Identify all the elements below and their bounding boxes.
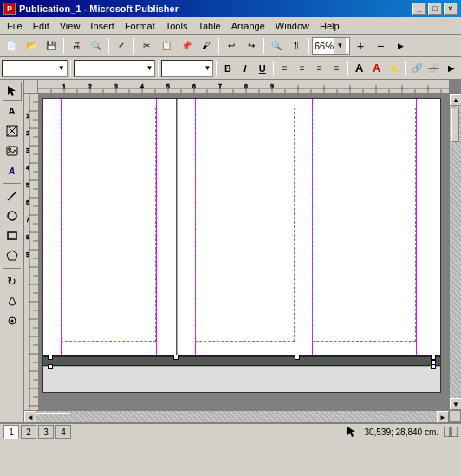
page-tab-1[interactable]: 1 [3, 425, 19, 439]
separator-2 [108, 38, 109, 54]
formatting-toolbar: ▼ ▼ ▼ B I U ≡ ≡ ≡ ≡ A A A 🔗 🔗 ▶ [0, 57, 461, 80]
picture-tool[interactable] [3, 121, 22, 140]
cursor-icon [345, 425, 359, 439]
new-button[interactable]: 📄 [2, 36, 21, 55]
fill-tool[interactable] [3, 291, 22, 310]
zoom-combo[interactable]: 66% ▼ [312, 37, 350, 55]
page-tab-3[interactable]: 3 [38, 425, 54, 439]
menu-table[interactable]: Table [192, 19, 225, 33]
page-tabs: 1 2 3 4 [3, 425, 71, 439]
horizontal-ruler: 1 2 3 4 5 6 7 8 9 [38, 80, 449, 94]
zoom-tool-button[interactable]: 🔍 [267, 36, 286, 55]
canvas-scroll[interactable]: 2 3 [38, 94, 449, 410]
menu-format[interactable]: Format [120, 19, 160, 33]
scroll-thumb-vertical[interactable] [451, 108, 459, 142]
hotspot-tool[interactable] [3, 311, 22, 330]
strip-handle-2 [431, 364, 436, 369]
rectangle-tool[interactable] [3, 226, 22, 245]
separator-1 [63, 38, 64, 54]
text-style-button[interactable]: A [351, 60, 367, 77]
line-tool[interactable] [3, 186, 22, 205]
open-button[interactable]: 📂 [22, 36, 41, 55]
scroll-track-horizontal[interactable] [36, 411, 437, 422]
pointer-tool[interactable] [3, 82, 22, 101]
underline-button[interactable]: U [254, 60, 270, 77]
paste-button[interactable]: 📌 [177, 36, 196, 55]
text-tool[interactable]: A [3, 101, 22, 121]
layout-icon [444, 425, 458, 439]
minimize-button[interactable]: _ [412, 3, 426, 15]
scroll-track-vertical[interactable] [450, 106, 461, 398]
menu-tools[interactable]: Tools [160, 19, 193, 33]
font-color-button[interactable]: A [368, 60, 385, 77]
svg-text:1: 1 [62, 83, 66, 89]
style-combo[interactable]: ▼ [2, 60, 68, 77]
link-button[interactable]: 🔗 [408, 60, 425, 77]
text-overflow-button[interactable]: ▶ [443, 60, 459, 77]
zoom-in-button[interactable]: + [351, 36, 370, 55]
maximize-button[interactable]: □ [428, 3, 442, 15]
menu-window[interactable]: Window [270, 19, 315, 33]
vertical-ruler: 1 2 3 4 5 6 7 8 9 [24, 94, 38, 410]
menu-edit[interactable]: Edit [28, 19, 55, 33]
svg-text:1: 1 [26, 113, 29, 119]
window-controls: _ □ × [412, 3, 458, 15]
format-painter-button[interactable]: 🖌 [197, 36, 216, 55]
menu-insert[interactable]: Insert [85, 19, 120, 33]
coordinates-display: 30,539; 28,840 cm. [364, 427, 438, 437]
cut-button[interactable]: ✂ [137, 36, 156, 55]
align-center-button[interactable]: ≡ [294, 60, 310, 77]
overflow-button[interactable]: ▶ [391, 36, 410, 55]
menu-view[interactable]: View [55, 19, 86, 33]
scroll-thumb-horizontal[interactable] [36, 413, 71, 414]
menu-file[interactable]: File [2, 19, 28, 33]
style-arrow[interactable]: ▼ [58, 64, 65, 72]
scroll-right-button[interactable]: ► [437, 411, 449, 422]
menu-help[interactable]: Help [315, 19, 345, 33]
save-button[interactable]: 💾 [42, 36, 61, 55]
svg-marker-101 [347, 427, 355, 437]
print-preview-button[interactable]: 🔍 [87, 36, 106, 55]
scroll-up-button[interactable]: ▲ [450, 94, 461, 106]
unlink-button[interactable]: 🔗 [425, 60, 442, 77]
print-button[interactable]: 🖨 [67, 36, 86, 55]
zoom-out-button[interactable]: − [371, 36, 390, 55]
scroll-left-button[interactable]: ◄ [24, 411, 36, 422]
redo-button[interactable]: ↪ [242, 36, 261, 55]
separator-6 [308, 38, 309, 54]
align-right-button[interactable]: ≡ [311, 60, 328, 77]
custom-shape-tool[interactable] [3, 246, 22, 265]
highlight-button[interactable]: A [386, 60, 402, 77]
size-combo[interactable]: ▼ [161, 60, 213, 77]
wordart-tool[interactable]: A [3, 161, 22, 180]
font-arrow[interactable]: ▼ [146, 64, 153, 72]
font-combo[interactable]: ▼ [74, 60, 156, 77]
canvas-area: 1 2 3 4 5 6 7 8 9 [24, 80, 461, 422]
paragraph-marks-button[interactable]: ¶ [287, 36, 306, 55]
align-left-button[interactable]: ≡ [276, 60, 293, 77]
zoom-arrow[interactable]: ▼ [334, 38, 346, 54]
text-frame-col1[interactable] [61, 108, 156, 342]
close-button[interactable]: × [444, 3, 458, 15]
rotate-tool[interactable]: ↻ [3, 271, 22, 290]
bold-button[interactable]: B [219, 60, 236, 77]
copy-button[interactable]: 📋 [157, 36, 176, 55]
menu-bar: File Edit View Insert Format Tools Table… [0, 17, 461, 35]
col-guide-right-2 [295, 99, 295, 392]
spelling-button[interactable]: ✓ [112, 36, 131, 55]
page-tab-4[interactable]: 4 [55, 425, 71, 439]
text-frame-col3[interactable] [312, 108, 416, 342]
menu-arrange[interactable]: Arrange [226, 19, 270, 33]
justify-button[interactable]: ≡ [328, 60, 345, 77]
page-tab-2[interactable]: 2 [21, 425, 36, 439]
clipart-tool[interactable] [3, 141, 22, 160]
svg-rect-102 [444, 427, 450, 437]
app-icon: P [3, 3, 16, 15]
size-arrow[interactable]: ▼ [204, 64, 211, 72]
oval-tool[interactable] [3, 206, 22, 225]
svg-marker-0 [8, 86, 16, 96]
undo-button[interactable]: ↩ [222, 36, 241, 55]
text-frame-col2[interactable] [195, 108, 295, 342]
italic-button[interactable]: I [237, 60, 253, 77]
scroll-down-button[interactable]: ▼ [450, 398, 461, 410]
